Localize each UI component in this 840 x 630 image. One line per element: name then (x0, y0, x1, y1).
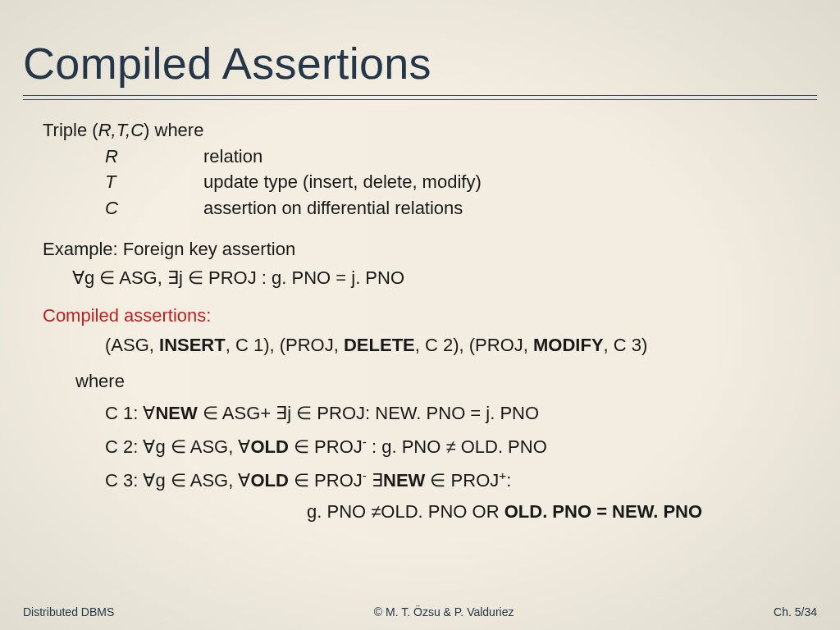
footer-right: Ch. 5/34 (774, 605, 817, 619)
text: ∈ PROJ (294, 470, 363, 491)
triple-row: T update type (insert, delete, modify) (43, 170, 482, 196)
triple-desc: update type (insert, delete, modify) (203, 170, 482, 196)
superscript: + (499, 468, 506, 482)
text: (ASG, (105, 335, 159, 355)
text: ∈ PROJ (425, 470, 499, 491)
kw-new: NEW (155, 403, 197, 423)
triple-desc: relation (203, 144, 482, 171)
kw-old: OLD (250, 436, 288, 457)
compiled-triples: (ASG, INSERT, C 1), (PROJ, DELETE, C 2),… (105, 333, 817, 358)
content: Triple (R,T,C) where R relation T update… (23, 118, 817, 524)
text: : (506, 470, 511, 491)
op-modify: MODIFY (533, 335, 604, 355)
example-formula: ∀g ∈ ASG, ∃j ∈ PROJ : g. PNO = j. PNO (72, 266, 817, 290)
condition-c1: C 1: ∀NEW ∈ ASG+ ∃j ∈ PROJ: NEW. PNO = j… (105, 401, 817, 426)
op-insert: INSERT (159, 335, 226, 355)
text: C 2: ∀g ∈ ASG, ∀ (105, 436, 250, 457)
triple-definitions: R relation T update type (insert, delete… (43, 144, 482, 222)
text: ∈ PROJ (289, 436, 363, 457)
footer-left: Distributed DBMS (23, 605, 114, 619)
text: , C 1), (PROJ, (226, 335, 344, 355)
footer: Distributed DBMS © M. T. Özsu & P. Valdu… (23, 605, 817, 619)
triple-symbol: C (43, 196, 203, 222)
where-label: where (75, 369, 817, 394)
text: C 3: ∀g ∈ ASG, ∀ (105, 470, 250, 491)
compiled-header: Compiled assertions: (43, 304, 817, 328)
slide: Compiled Assertions Triple (R,T,C) where… (0, 0, 840, 630)
page-title: Compiled Assertions (23, 38, 817, 89)
condition-c3: C 3: ∀g ∈ ASG, ∀OLD ∈ PROJ- ∃NEW ∈ PROJ+… (105, 468, 817, 493)
kw-old: OLD (250, 470, 294, 491)
triple-symbol: R (43, 144, 203, 171)
example-header: Example: Foreign key assertion (43, 237, 817, 262)
title-divider-top (23, 95, 817, 96)
text: C 1: ∀ (105, 403, 155, 423)
condition-c3-line2: g. PNO ≠OLD. PNO OR OLD. PNO = NEW. PNO (307, 500, 817, 524)
footer-center: © M. T. Özsu & P. Valduriez (114, 605, 774, 619)
triple-row: R relation (43, 144, 482, 171)
text: , C 2), (PROJ, (415, 335, 533, 355)
triple-symbol: T (43, 170, 203, 196)
text: ∈ ASG+ ∃j ∈ PROJ: NEW. PNO = j. PNO (198, 403, 539, 423)
op-delete: DELETE (344, 335, 415, 355)
title-divider-bottom (23, 99, 817, 100)
kw-new: NEW (383, 470, 425, 491)
text: , C 3) (604, 335, 648, 355)
text: : g. PNO ≠ OLD. PNO (367, 436, 547, 457)
text: g. PNO ≠OLD. PNO OR (307, 501, 504, 522)
triple-header: Triple (R,T,C) where (43, 118, 817, 143)
triple-row: C assertion on differential relations (43, 196, 482, 222)
triple-desc: assertion on differential relations (203, 196, 482, 222)
text-bold: OLD. PNO = NEW. PNO (504, 501, 702, 522)
conditions: C 1: ∀NEW ∈ ASG+ ∃j ∈ PROJ: NEW. PNO = j… (105, 401, 817, 523)
condition-c2: C 2: ∀g ∈ ASG, ∀OLD ∈ PROJ- : g. PNO ≠ O… (105, 434, 817, 459)
text: ∃ (367, 470, 383, 491)
